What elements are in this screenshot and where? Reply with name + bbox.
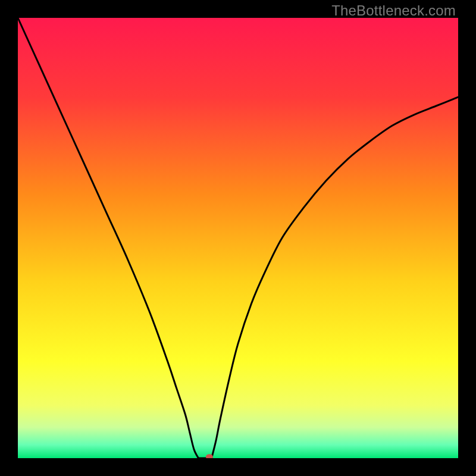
plot-area — [18, 18, 458, 458]
chart-frame: TheBottleneck.com — [0, 0, 476, 476]
gradient-background — [18, 18, 458, 458]
chart-svg — [18, 18, 458, 458]
watermark-text: TheBottleneck.com — [331, 2, 456, 19]
